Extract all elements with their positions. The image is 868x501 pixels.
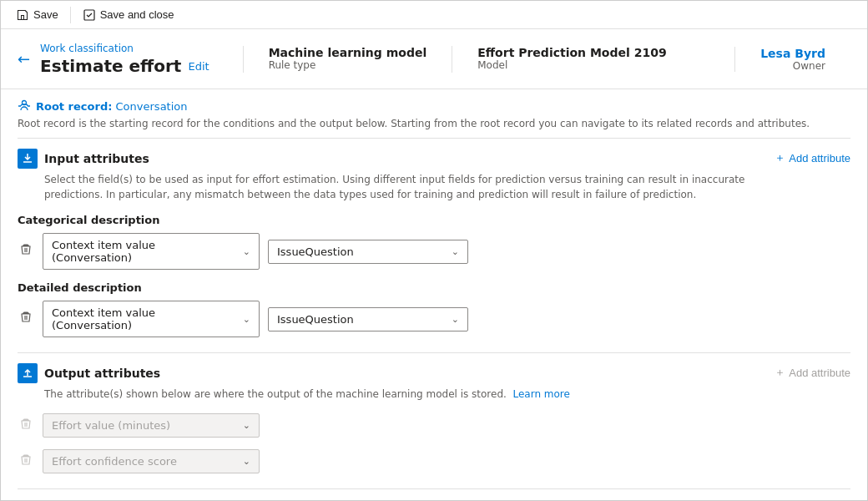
back-button[interactable]: ←	[18, 50, 30, 68]
input-section-title-row: Input attributes	[18, 149, 775, 169]
detailed-description-group: Detailed description Context item value …	[18, 281, 850, 337]
header-owner: Lesa Byrd Owner	[734, 47, 850, 72]
svg-rect-0	[84, 10, 94, 20]
input-section-icon	[18, 149, 38, 169]
output-delete-icon-1[interactable]	[18, 418, 34, 434]
toolbar: Save Save and close	[1, 1, 867, 29]
output-section-header: Output attributes The attribute(s) shown…	[18, 363, 850, 402]
chevron-down-icon: ⌄	[243, 420, 250, 431]
chevron-down-icon: ⌄	[243, 314, 250, 325]
categorical-description-group: Categorical description Context item val…	[18, 214, 850, 270]
upload-icon	[22, 367, 33, 379]
output-row-2: Effort confidence score ⌄	[18, 449, 850, 473]
header-field-model-label: Model	[477, 59, 666, 71]
toolbar-divider	[70, 7, 71, 23]
output-field1-select: Effort value (minutes) ⌄	[43, 413, 260, 438]
chevron-down-icon: ⌄	[452, 314, 459, 325]
detailed-field2-select[interactable]: IssueQuestion ⌄	[268, 307, 468, 331]
root-record-section: Root record: Conversation Root record is…	[18, 89, 850, 139]
detailed-field1-select[interactable]: Context item value (Conversation) ⌄	[43, 301, 260, 337]
detailed-description-row: Context item value (Conversation) ⌄ Issu…	[18, 301, 850, 337]
output-delete-icon-2[interactable]	[18, 453, 34, 470]
root-record-label: Root record: Conversation	[36, 100, 188, 113]
header-field-model-value: Effort Prediction Model 2109	[477, 46, 666, 59]
categorical-delete-icon[interactable]	[18, 243, 34, 260]
output-add-attribute-button: ＋ Add attribute	[775, 365, 850, 380]
breadcrumb-link[interactable]: Work classification	[40, 43, 134, 54]
output-section-title: Output attributes	[44, 367, 160, 380]
output-field2-select: Effort confidence score ⌄	[43, 449, 260, 473]
edit-link[interactable]: Edit	[188, 60, 209, 73]
root-record-icon	[18, 99, 31, 113]
root-record-title: Root record: Conversation	[18, 99, 850, 113]
output-section-desc: The attribute(s) shown below are where t…	[44, 387, 570, 402]
page-title: Estimate effort	[40, 56, 181, 76]
owner-label: Owner	[760, 60, 825, 72]
input-attributes-section: Input attributes Select the field(s) to …	[18, 139, 850, 353]
chevron-down-icon: ⌄	[452, 246, 459, 257]
output-section-title-area: Output attributes The attribute(s) shown…	[18, 363, 570, 402]
header-field-ruletype-label: Rule type	[269, 59, 427, 71]
header-field-model: Effort Prediction Model 2109 Model	[452, 46, 691, 73]
save-close-icon	[83, 8, 96, 22]
output-field-group-1: Effort value (minutes) ⌄	[18, 413, 850, 438]
categorical-description-label: Categorical description	[18, 214, 850, 226]
output-field-group-2: Effort confidence score ⌄	[18, 449, 850, 473]
page-header: ← Work classification Estimate effort Ed…	[1, 29, 867, 89]
chevron-down-icon: ⌄	[243, 246, 250, 257]
save-icon	[16, 8, 29, 22]
detailed-description-label: Detailed description	[18, 281, 850, 294]
output-section-icon	[18, 363, 38, 383]
learn-more-link[interactable]: Learn more	[512, 388, 569, 400]
save-button[interactable]: Save	[11, 5, 63, 25]
output-row-1: Effort value (minutes) ⌄	[18, 413, 850, 438]
root-record-desc: Root record is the starting record for t…	[18, 116, 850, 131]
input-section-desc: Select the field(s) to be used as input …	[44, 172, 775, 202]
categorical-field1-select[interactable]: Context item value (Conversation) ⌄	[43, 233, 260, 270]
header-field-ruletype-value: Machine learning model	[269, 46, 427, 59]
save-close-button[interactable]: Save and close	[78, 5, 179, 25]
header-field-ruletype: Machine learning model Rule type	[243, 46, 452, 73]
input-add-attribute-button[interactable]: ＋ Add attribute	[775, 150, 850, 165]
input-section-title: Input attributes	[44, 152, 149, 165]
categorical-field2-select[interactable]: IssueQuestion ⌄	[268, 240, 468, 264]
chevron-down-icon: ⌄	[243, 456, 250, 467]
input-section-header: Input attributes Select the field(s) to …	[18, 149, 850, 202]
output-attributes-section: Output attributes The attribute(s) shown…	[18, 353, 850, 489]
breadcrumb-section: Work classification Estimate effort Edit	[40, 42, 209, 76]
categorical-description-row: Context item value (Conversation) ⌄ Issu…	[18, 233, 850, 270]
main-content: Root record: Conversation Root record is…	[1, 89, 867, 501]
input-section-title-area: Input attributes Select the field(s) to …	[18, 149, 775, 202]
owner-name[interactable]: Lesa Byrd	[760, 47, 825, 60]
output-section-title-row: Output attributes	[18, 363, 570, 383]
download-icon	[22, 153, 33, 164]
detailed-delete-icon[interactable]	[18, 311, 34, 327]
